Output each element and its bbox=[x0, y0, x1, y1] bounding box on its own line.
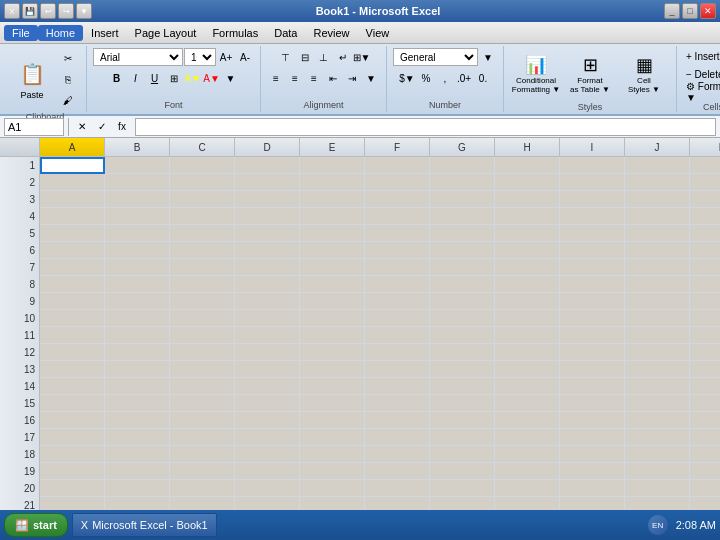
cell-G14[interactable] bbox=[430, 378, 495, 395]
cell-A11[interactable] bbox=[40, 327, 105, 344]
cell-I13[interactable] bbox=[560, 361, 625, 378]
row-header-11[interactable]: 11 bbox=[0, 327, 40, 344]
cell-H14[interactable] bbox=[495, 378, 560, 395]
cell-K14[interactable] bbox=[690, 378, 720, 395]
percent-button[interactable]: % bbox=[417, 69, 435, 87]
cell-H11[interactable] bbox=[495, 327, 560, 344]
cell-J19[interactable] bbox=[625, 463, 690, 480]
cell-B17[interactable] bbox=[105, 429, 170, 446]
cell-C1[interactable] bbox=[170, 157, 235, 174]
cell-E13[interactable] bbox=[300, 361, 365, 378]
cell-K2[interactable] bbox=[690, 174, 720, 191]
cell-B1[interactable] bbox=[105, 157, 170, 174]
row-header-14[interactable]: 14 bbox=[0, 378, 40, 395]
cell-A4[interactable] bbox=[40, 208, 105, 225]
cell-A3[interactable] bbox=[40, 191, 105, 208]
cell-J14[interactable] bbox=[625, 378, 690, 395]
cell-H9[interactable] bbox=[495, 293, 560, 310]
cell-G8[interactable] bbox=[430, 276, 495, 293]
cell-F6[interactable] bbox=[365, 242, 430, 259]
cell-I20[interactable] bbox=[560, 480, 625, 497]
cell-D14[interactable] bbox=[235, 378, 300, 395]
cell-H10[interactable] bbox=[495, 310, 560, 327]
cell-C16[interactable] bbox=[170, 412, 235, 429]
insert-button[interactable]: + Insert ▼ bbox=[683, 48, 720, 64]
cell-I1[interactable] bbox=[560, 157, 625, 174]
cell-D4[interactable] bbox=[235, 208, 300, 225]
cell-C9[interactable] bbox=[170, 293, 235, 310]
cell-D20[interactable] bbox=[235, 480, 300, 497]
cell-I3[interactable] bbox=[560, 191, 625, 208]
cell-F2[interactable] bbox=[365, 174, 430, 191]
cell-A16[interactable] bbox=[40, 412, 105, 429]
cell-F15[interactable] bbox=[365, 395, 430, 412]
cell-H5[interactable] bbox=[495, 225, 560, 242]
confirm-formula-button[interactable]: ✓ bbox=[93, 118, 111, 136]
col-header-G[interactable]: G bbox=[430, 138, 495, 156]
cell-D5[interactable] bbox=[235, 225, 300, 242]
cell-K15[interactable] bbox=[690, 395, 720, 412]
cell-J9[interactable] bbox=[625, 293, 690, 310]
cell-A19[interactable] bbox=[40, 463, 105, 480]
cell-E16[interactable] bbox=[300, 412, 365, 429]
cell-G17[interactable] bbox=[430, 429, 495, 446]
cell-E17[interactable] bbox=[300, 429, 365, 446]
align-bottom-button[interactable]: ⊥ bbox=[315, 48, 333, 66]
cell-C5[interactable] bbox=[170, 225, 235, 242]
cell-K3[interactable] bbox=[690, 191, 720, 208]
cell-H7[interactable] bbox=[495, 259, 560, 276]
cell-A7[interactable] bbox=[40, 259, 105, 276]
merge-button[interactable]: ⊞▼ bbox=[353, 48, 371, 66]
cell-E11[interactable] bbox=[300, 327, 365, 344]
restore-button[interactable]: □ bbox=[682, 3, 698, 19]
undo-icon[interactable]: ↩ bbox=[40, 3, 56, 19]
increase-indent-button[interactable]: ⇥ bbox=[343, 69, 361, 87]
menu-insert[interactable]: Insert bbox=[83, 25, 127, 41]
cell-E8[interactable] bbox=[300, 276, 365, 293]
cell-G11[interactable] bbox=[430, 327, 495, 344]
start-button[interactable]: 🪟 start bbox=[4, 513, 68, 537]
col-header-D[interactable]: D bbox=[235, 138, 300, 156]
cell-F1[interactable] bbox=[365, 157, 430, 174]
cell-E12[interactable] bbox=[300, 344, 365, 361]
col-header-F[interactable]: F bbox=[365, 138, 430, 156]
cell-I16[interactable] bbox=[560, 412, 625, 429]
cell-H18[interactable] bbox=[495, 446, 560, 463]
cell-A9[interactable] bbox=[40, 293, 105, 310]
cell-G19[interactable] bbox=[430, 463, 495, 480]
col-header-H[interactable]: H bbox=[495, 138, 560, 156]
cell-H19[interactable] bbox=[495, 463, 560, 480]
cell-D9[interactable] bbox=[235, 293, 300, 310]
cell-J10[interactable] bbox=[625, 310, 690, 327]
font-dropdown-button[interactable]: ▼ bbox=[222, 69, 240, 87]
cell-F14[interactable] bbox=[365, 378, 430, 395]
cell-A15[interactable] bbox=[40, 395, 105, 412]
cell-G16[interactable] bbox=[430, 412, 495, 429]
row-header-16[interactable]: 16 bbox=[0, 412, 40, 429]
cell-C13[interactable] bbox=[170, 361, 235, 378]
cell-A1[interactable] bbox=[40, 157, 105, 174]
conditional-formatting-button[interactable]: 📊 ConditionalFormatting ▼ bbox=[510, 48, 562, 100]
copy-button[interactable]: ⎘ bbox=[56, 69, 80, 89]
cell-G1[interactable] bbox=[430, 157, 495, 174]
cell-B9[interactable] bbox=[105, 293, 170, 310]
cell-B15[interactable] bbox=[105, 395, 170, 412]
cell-E1[interactable] bbox=[300, 157, 365, 174]
format-button[interactable]: ⚙ Format ▼ bbox=[683, 84, 720, 100]
insert-function-button[interactable]: fx bbox=[113, 118, 131, 136]
col-header-I[interactable]: I bbox=[560, 138, 625, 156]
cell-D3[interactable] bbox=[235, 191, 300, 208]
cell-A12[interactable] bbox=[40, 344, 105, 361]
cell-I6[interactable] bbox=[560, 242, 625, 259]
cell-F19[interactable] bbox=[365, 463, 430, 480]
cell-K10[interactable] bbox=[690, 310, 720, 327]
cell-A8[interactable] bbox=[40, 276, 105, 293]
cell-E3[interactable] bbox=[300, 191, 365, 208]
row-header-20[interactable]: 20 bbox=[0, 480, 40, 497]
formula-input[interactable] bbox=[135, 118, 716, 136]
cell-K20[interactable] bbox=[690, 480, 720, 497]
cell-C6[interactable] bbox=[170, 242, 235, 259]
cell-A6[interactable] bbox=[40, 242, 105, 259]
cell-B19[interactable] bbox=[105, 463, 170, 480]
menu-home[interactable]: Home bbox=[38, 25, 83, 41]
